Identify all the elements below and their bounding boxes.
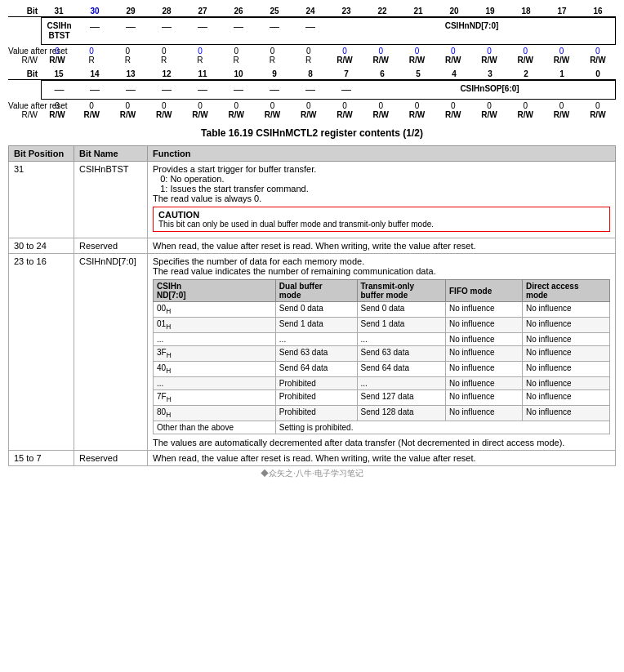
caution-text: This bit can only be used in dual buffer… (158, 220, 604, 229)
rw-h-28: R (146, 56, 182, 65)
inner-row: 01H Send 1 data Send 1 data No influence… (154, 318, 610, 333)
page-container: Bit 31 30 29 28 27 26 25 24 23 22 21 20 … (0, 0, 624, 486)
header-bit-name: Bit Name (74, 146, 148, 162)
header-bit-pos: Bit Position (9, 146, 74, 162)
val-h-22: 0 (363, 47, 399, 56)
rw-l-11: R/W (182, 110, 218, 119)
dash-low-15: — (41, 80, 77, 100)
val-l-15: 0 (41, 101, 74, 110)
val-l-12: 0 (146, 101, 182, 110)
rw-h-27: R (182, 56, 218, 65)
rw-l-7: R/W (327, 110, 363, 119)
csihn-btst-cell: CSIHnBTST (41, 17, 77, 45)
bit-16: 16 (580, 7, 616, 16)
bit-24: 24 (292, 7, 328, 16)
bit-29: 29 (113, 7, 149, 16)
inner-cell: No influence (446, 362, 523, 377)
dash-low-7: — (328, 80, 364, 100)
inner-cell: Send 128 data (357, 406, 446, 421)
csihn-sop-span: CSIHnSOP[6:0] (364, 80, 616, 100)
dash-low-11: — (185, 80, 221, 100)
rw-h-22: R/W (363, 56, 399, 65)
inner-cell: ... (357, 333, 446, 346)
dash-low-10: — (221, 80, 256, 100)
inner-cell: No influence (523, 390, 610, 406)
val-h-30: 0 (74, 47, 109, 56)
rw-h-31: R/W (41, 56, 74, 65)
bit-18: 18 (508, 7, 544, 16)
bit-27: 27 (185, 7, 221, 16)
val-h-20: 0 (435, 47, 471, 56)
rw-l-14: R/W (74, 110, 109, 119)
bit-pos-30-24: 30 to 24 (9, 238, 74, 254)
val-reset-label-high: Value after reset (8, 47, 41, 56)
inner-cell: ... (154, 333, 276, 346)
function-reserved2: When read, the value after reset is read… (148, 451, 616, 466)
rw-label-low: R/W (8, 110, 41, 119)
inner-cell: No influence (523, 377, 610, 390)
rw-l-13: R/W (109, 110, 145, 119)
inner-cell: No influence (446, 302, 523, 318)
inner-cell: 3FH (154, 346, 276, 362)
inner-cell: No influence (446, 318, 523, 333)
bit-10: 10 (221, 69, 256, 78)
rw-h-17: R/W (543, 56, 579, 65)
val-reset-row-high: Value after reset 0 0 0 0 0 0 0 0 0 0 0 … (8, 47, 616, 56)
inner-cell: Prohibited (275, 390, 357, 406)
regmap-high: Bit 31 30 29 28 27 26 25 24 23 22 21 20 … (8, 7, 616, 65)
inner-cell: Send 127 data (357, 390, 446, 406)
rw-h-16: R/W (580, 56, 616, 65)
dash-cell-23: — (292, 17, 328, 45)
bit-13: 13 (113, 69, 149, 78)
val-l-6: 0 (363, 101, 399, 110)
bit-14: 14 (77, 69, 113, 78)
val-l-2: 0 (507, 101, 543, 110)
bit-1: 1 (544, 69, 580, 78)
nd-footer-text: The values are automatically decremented… (153, 438, 610, 447)
inner-cell-prohibited: Setting is prohibited. (275, 421, 609, 434)
inner-cell: No influence (523, 346, 610, 362)
val-l-9: 0 (254, 101, 290, 110)
bit-name-nd: CSIHnND[7:0] (74, 254, 148, 451)
rw-l-0: R/W (580, 110, 616, 119)
val-h-31: 0 (41, 47, 74, 56)
inner-header-tx: Transmit-onlybuffer mode (357, 280, 446, 302)
bit-7: 7 (328, 69, 364, 78)
inner-cell: 01H (154, 318, 276, 333)
rw-h-26: R (218, 56, 254, 65)
inner-cell: Send 0 data (357, 302, 446, 318)
inner-cell: ... (357, 377, 446, 390)
inner-cell: 7FH (154, 390, 276, 406)
watermark: ◆众矢之·八牛·电子学习笔记 (8, 468, 616, 479)
bit-9: 9 (256, 69, 292, 78)
inner-cell: Prohibited (275, 377, 357, 390)
bit-28: 28 (149, 7, 185, 16)
rw-l-4: R/W (435, 110, 471, 119)
rw-label-high: R/W (8, 56, 41, 65)
inner-cell: No influence (446, 406, 523, 421)
bit-name-btst: CSIHnBTST (74, 162, 148, 238)
inner-row: 80H Prohibited Send 128 data No influenc… (154, 406, 610, 421)
bit-label-low: Bit (8, 69, 41, 78)
inner-row: ... ... ... No influence No influence (154, 333, 610, 346)
bit-15: 15 (41, 69, 77, 78)
inner-cell: Send 0 data (275, 302, 357, 318)
content-table: Bit Position Bit Name Function 31 CSIHnB… (8, 145, 616, 466)
inner-cell: 00H (154, 302, 276, 318)
inner-header-nd: CSIHnND[7:0] (154, 280, 276, 302)
rw-l-12: R/W (146, 110, 182, 119)
bit-21: 21 (400, 7, 436, 16)
bit-name-reserved2: Reserved (74, 451, 148, 466)
val-h-16: 0 (580, 47, 616, 56)
rw-l-15: R/W (41, 110, 74, 119)
rw-l-9: R/W (254, 110, 290, 119)
dash-cell-25: — (221, 17, 256, 45)
function-reserved1: When read, the value after reset is read… (148, 238, 616, 254)
rw-h-19: R/W (471, 56, 507, 65)
val-reset-label-low: Value after reset (8, 101, 41, 110)
rw-h-21: R/W (399, 56, 435, 65)
rw-l-5: R/W (399, 110, 435, 119)
bit-8: 8 (292, 69, 328, 78)
rw-h-30: R (74, 56, 109, 65)
inner-header-fifo: FIFO mode (446, 280, 523, 302)
